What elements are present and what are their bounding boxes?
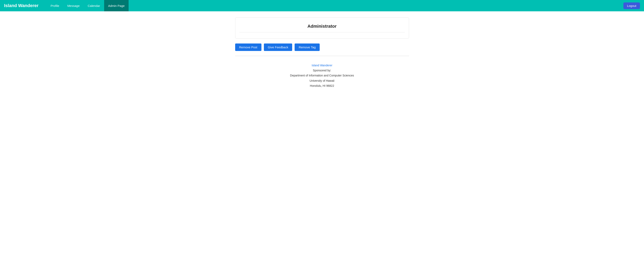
footer-line4: Honolulu, HI 96822	[235, 83, 409, 88]
remove-post-button[interactable]: Remove Post	[235, 44, 262, 51]
footer: Island Wanderer Sponsored by: Department…	[235, 61, 409, 90]
section-divider	[235, 56, 409, 56]
nav-link-calendar[interactable]: Calendar	[84, 0, 104, 11]
main-content: Administrator Remove Post Give Feedback …	[231, 11, 413, 96]
logout-button[interactable]: Logout	[624, 2, 640, 9]
footer-brand: Island Wanderer	[235, 63, 409, 68]
navbar-brand: Island Wanderer	[4, 3, 38, 8]
nav-link-admin[interactable]: Admin Page	[104, 0, 129, 11]
nav-link-message[interactable]: Message	[63, 0, 84, 11]
nav-link-profile[interactable]: Profile	[46, 0, 63, 11]
navbar-right: Logout	[624, 2, 640, 9]
footer-line1: Sponsored by:	[235, 68, 409, 73]
admin-card: Administrator	[235, 18, 409, 39]
admin-title: Administrator	[240, 24, 405, 32]
give-feedback-button[interactable]: Give Feedback	[264, 44, 292, 51]
action-buttons: Remove Post Give Feedback Remove Tag	[235, 44, 409, 51]
navbar-links: Profile Message Calendar Admin Page	[46, 0, 624, 11]
remove-tag-button[interactable]: Remove Tag	[294, 44, 320, 51]
navbar: Island Wanderer Profile Message Calendar…	[0, 0, 644, 11]
footer-line2: Department of Information and Computer S…	[235, 73, 409, 78]
footer-line3: University of Hawaii	[235, 78, 409, 83]
